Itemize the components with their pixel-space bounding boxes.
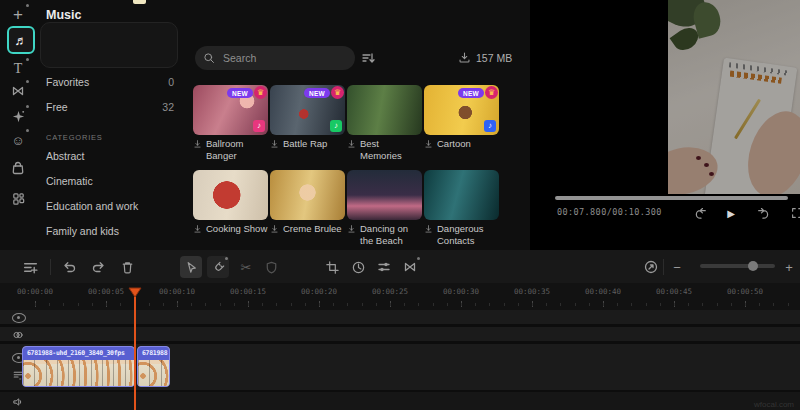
music-library: 157 MB NEW Ballroom Banger NEW Battle Ra…	[190, 0, 535, 248]
track-row-1[interactable]	[0, 310, 800, 324]
playhead-handle[interactable]	[128, 284, 142, 302]
ruler-label: 00:00:15	[230, 287, 266, 296]
ruler-label: 00:00:10	[159, 287, 195, 296]
filter-free[interactable]: Free 32	[46, 101, 174, 115]
category-education[interactable]: Education and work	[46, 200, 138, 212]
track-card[interactable]: Best Memories	[347, 85, 422, 162]
crown-icon	[331, 86, 344, 99]
playhead-line[interactable]	[134, 293, 136, 410]
timeline-clip[interactable]: 6781988	[137, 346, 170, 387]
clip-filmstrip	[23, 360, 134, 387]
track-card[interactable]: Creme Brulee	[270, 170, 345, 247]
filter-count: 0	[168, 76, 174, 90]
track-row-2[interactable]	[0, 327, 800, 341]
crop-button[interactable]	[321, 256, 343, 278]
time-ruler[interactable]: 00:00:00 00:00:05 00:00:10 00:00:15 00:0…	[0, 283, 800, 310]
track-visibility-toggle[interactable]	[12, 313, 26, 323]
speed-button[interactable]	[347, 256, 369, 278]
track-card[interactable]: Cooking Show	[193, 170, 268, 247]
sidebar-item-effects[interactable]	[6, 104, 30, 128]
track-card[interactable]: NEW Cartoon	[424, 85, 499, 162]
category-family[interactable]: Family and kids	[46, 225, 119, 237]
search-box[interactable]	[195, 46, 355, 70]
undo-button[interactable]	[58, 256, 80, 278]
transition-wizard-button[interactable]	[399, 256, 421, 278]
sidebar-item-more-tools[interactable]	[6, 186, 30, 210]
track-title: Dancing on the Beach	[360, 223, 422, 247]
filter-favorites[interactable]: Favorites 0	[46, 76, 174, 90]
download-tray-icon	[458, 51, 471, 64]
sidebar-item-stickers[interactable]	[6, 128, 30, 152]
download-icon[interactable]	[347, 224, 356, 234]
clip-label: 6781988-uhd_2160_3840_30fps	[23, 347, 134, 360]
zoom-slider-handle[interactable]	[748, 261, 758, 271]
track-link-toggle[interactable]	[12, 329, 24, 341]
transitions-icon	[10, 83, 26, 99]
zoom-out-button[interactable]	[666, 256, 688, 278]
search-input[interactable]	[221, 51, 335, 65]
sidebar-item-music[interactable]	[7, 26, 35, 54]
track-card[interactable]: Dancing on the Beach	[347, 170, 422, 247]
download-icon[interactable]	[424, 224, 433, 234]
audio-mute-toggle[interactable]	[12, 396, 24, 408]
sidebar-item-titles[interactable]	[6, 57, 30, 81]
sort-icon	[360, 50, 376, 66]
fullscreen-button[interactable]	[788, 204, 800, 222]
fit-timeline-icon	[643, 259, 659, 275]
play-button[interactable]	[722, 204, 740, 222]
download-icon[interactable]	[193, 139, 202, 149]
download-icon[interactable]	[424, 139, 433, 149]
track-thumbnail[interactable]: NEW	[270, 85, 345, 135]
track-card[interactable]: NEW Ballroom Banger	[193, 85, 268, 162]
zoom-slider[interactable]	[700, 264, 775, 268]
download-icon[interactable]	[270, 224, 279, 234]
category-abstract[interactable]: Abstract	[46, 150, 85, 162]
add-track-button[interactable]	[19, 256, 41, 278]
video-dim-overlay	[668, 0, 800, 194]
track-thumbnail[interactable]: NEW	[424, 85, 499, 135]
magnet-tool-button[interactable]	[207, 256, 229, 278]
zoom-in-button[interactable]	[778, 256, 800, 278]
add-track-icon	[22, 259, 39, 276]
track-card[interactable]: Dangerous Contacts	[424, 170, 499, 247]
download-icon[interactable]	[270, 139, 279, 149]
delete-button[interactable]	[116, 256, 138, 278]
pointer-tool-button[interactable]	[180, 256, 202, 278]
add-media-button[interactable]	[6, 3, 30, 27]
storage-indicator[interactable]: 157 MB	[458, 51, 512, 64]
split-button[interactable]	[235, 256, 257, 278]
track-title: Ballroom Banger	[206, 138, 268, 162]
download-icon[interactable]	[193, 224, 202, 234]
audio-track[interactable]	[0, 392, 800, 410]
timeline: 00:00:00 00:00:05 00:00:10 00:00:15 00:0…	[0, 250, 800, 410]
track-thumbnail[interactable]	[347, 85, 422, 135]
category-cinematic[interactable]: Cinematic	[46, 175, 93, 187]
track-thumbnail[interactable]	[347, 170, 422, 220]
sidebar-item-transitions[interactable]	[6, 79, 30, 103]
sort-button[interactable]	[360, 50, 376, 66]
seek-bar[interactable]	[555, 196, 788, 200]
sidebar-item-store[interactable]	[6, 156, 30, 180]
redo-icon	[91, 259, 107, 275]
track-thumbnail[interactable]	[270, 170, 345, 220]
magnet-icon	[211, 260, 226, 275]
redo-button[interactable]	[88, 256, 110, 278]
adjust-icon	[376, 259, 392, 275]
track-thumbnail[interactable]	[424, 170, 499, 220]
jump-forward-button[interactable]	[752, 204, 770, 222]
download-icon[interactable]	[347, 139, 356, 149]
track-thumbnail[interactable]	[193, 170, 268, 220]
marker-button[interactable]	[260, 256, 282, 278]
timeline-clip[interactable]: 6781988-uhd_2160_3840_30fps	[22, 346, 135, 387]
adjust-button[interactable]	[373, 256, 395, 278]
transition-wizard-icon	[402, 259, 418, 275]
ruler-label: 00:00:50	[727, 287, 763, 296]
track-card[interactable]: NEW Battle Rap	[270, 85, 345, 162]
jump-back-button[interactable]	[692, 204, 710, 222]
fit-timeline-button[interactable]	[640, 256, 662, 278]
storage-size: 157 MB	[476, 52, 512, 64]
track-thumbnail[interactable]: NEW	[193, 85, 268, 135]
playhead-icon	[128, 287, 142, 298]
music-note-icon	[484, 120, 496, 132]
track-title: Best Memories	[360, 138, 422, 162]
